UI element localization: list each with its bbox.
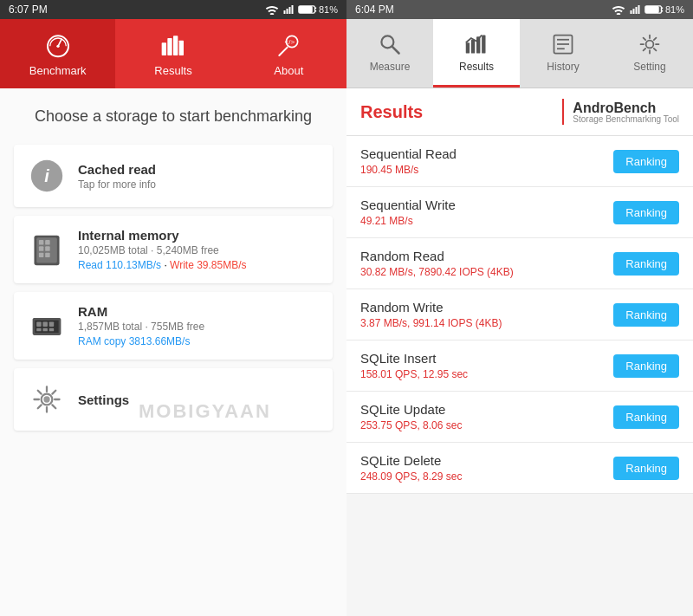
- svg-rect-33: [42, 328, 47, 332]
- sqlite-insert-value: 158.01 QPS, 12.95 sec: [360, 368, 613, 380]
- right-bar-chart-icon: [464, 32, 489, 56]
- memory-speed: Read 110.13MB/s · Write 39.85MB/s: [78, 259, 319, 271]
- gear-icon: [29, 382, 64, 417]
- memory-detail: 10,025MB total · 5,240MB free: [78, 244, 319, 256]
- bar-chart-icon: [159, 31, 187, 59]
- sqlite-insert-ranking-btn[interactable]: Ranking: [613, 354, 679, 378]
- right-battery-icon: [644, 4, 664, 15]
- left-nav-about[interactable]: </> About: [231, 19, 346, 88]
- rand-read-ranking-btn[interactable]: Ranking: [613, 252, 679, 276]
- svg-line-54: [392, 46, 399, 53]
- settings-label: Settings: [78, 392, 129, 407]
- results-title: Results: [360, 102, 423, 122]
- seq-read-ranking-btn[interactable]: Ranking: [613, 150, 679, 173]
- result-row-rand-read: Random Read 30.82 MB/s, 7890.42 IOPS (4K…: [346, 238, 693, 289]
- result-row-seq-write: Sequential Write 49.21 MB/s Ranking: [346, 187, 693, 238]
- svg-rect-13: [173, 36, 178, 55]
- memory-info: Internal memory 10,025MB total · 5,240MB…: [78, 228, 319, 271]
- settings-card[interactable]: Settings: [14, 368, 333, 431]
- right-panel: 6:04 PM 81% Measure: [346, 0, 693, 616]
- left-status-bar: 6:07 PM 81%: [0, 0, 346, 19]
- rand-read-name: Random Read: [360, 249, 613, 263]
- memory-write-speed: Write 39.85MB/s: [170, 259, 246, 271]
- right-nav-measure[interactable]: Measure: [346, 19, 433, 88]
- sqlite-delete-ranking-btn[interactable]: Ranking: [613, 457, 679, 480]
- svg-rect-29: [36, 322, 41, 327]
- cached-read-card[interactable]: i Cached read Tap for more info: [14, 145, 333, 207]
- svg-rect-46: [632, 9, 634, 14]
- right-nav-history[interactable]: History: [520, 19, 606, 88]
- left-nav-results[interactable]: Results: [115, 19, 230, 88]
- left-panel: 6:07 PM 81%: [0, 0, 346, 616]
- right-battery: 81%: [644, 4, 684, 15]
- sqlite-insert-name: SQLite Insert: [360, 351, 613, 366]
- sqlite-update-value: 253.75 QPS, 8.06 sec: [360, 419, 613, 431]
- svg-line-41: [52, 405, 55, 409]
- left-time: 6:07 PM: [9, 3, 48, 16]
- svg-line-40: [38, 391, 42, 394]
- svg-rect-56: [471, 39, 475, 53]
- svg-line-71: [644, 48, 646, 50]
- svg-rect-45: [630, 10, 631, 14]
- svg-rect-34: [49, 328, 54, 332]
- result-row-seq-read: Sequential Read 190.45 MB/s Ranking: [346, 136, 693, 187]
- cached-read-detail: Tap for more info: [78, 178, 319, 191]
- ram-chip-icon: [29, 308, 64, 343]
- internal-memory-card[interactable]: Internal memory 10,025MB total · 5,240MB…: [14, 216, 333, 283]
- result-row-rand-write: Random Write 3.87 MB/s, 991.14 IOPS (4KB…: [346, 289, 693, 340]
- ram-name: RAM: [78, 304, 319, 319]
- svg-rect-32: [36, 328, 41, 332]
- rand-write-value: 3.87 MB/s, 991.14 IOPS (4KB): [360, 317, 613, 329]
- results-header: Results AndroBench Storage Benchmarking …: [346, 88, 693, 136]
- svg-rect-7: [300, 7, 312, 13]
- svg-rect-31: [49, 322, 54, 327]
- right-nav-setting[interactable]: Setting: [606, 19, 693, 88]
- wifi-icon: [265, 4, 279, 15]
- logo-sub: Storage Benchmarking Tool: [573, 114, 679, 124]
- svg-line-70: [654, 37, 657, 40]
- sqlite-update-ranking-btn[interactable]: Ranking: [613, 405, 679, 429]
- rand-read-value: 30.82 MB/s, 7890.42 IOPS (4KB): [360, 266, 613, 278]
- svg-rect-24: [45, 247, 49, 251]
- svg-rect-23: [39, 247, 43, 251]
- result-row-sqlite-delete: SQLite Delete 248.09 QPS, 8.29 sec Ranki…: [346, 443, 693, 494]
- rand-write-name: Random Write: [360, 300, 613, 314]
- settings-icon-wrap: [28, 380, 66, 418]
- result-row-sqlite-update: SQLite Update 253.75 QPS, 8.06 sec Ranki…: [346, 392, 693, 443]
- svg-point-44: [43, 397, 49, 403]
- ram-speed: RAM copy 3813.66MB/s: [78, 335, 319, 347]
- memory-icon: [28, 230, 66, 269]
- ram-icon: [28, 307, 66, 345]
- right-time: 6:04 PM: [355, 3, 394, 16]
- right-status-icons: 81%: [612, 4, 684, 15]
- sqlite-delete-name: SQLite Delete: [360, 453, 613, 468]
- setting-icon: [638, 32, 662, 56]
- svg-rect-22: [45, 240, 49, 244]
- right-nav-results[interactable]: Results: [433, 19, 520, 88]
- ram-copy-speed: RAM copy 3813.66MB/s: [78, 335, 190, 347]
- svg-point-63: [646, 40, 654, 48]
- measure-icon: [378, 32, 402, 56]
- svg-line-43: [38, 405, 42, 409]
- svg-rect-3: [291, 5, 293, 14]
- svg-rect-47: [635, 7, 637, 14]
- svg-rect-25: [39, 253, 43, 257]
- svg-rect-0: [283, 10, 285, 14]
- svg-text:</>: </>: [285, 37, 295, 45]
- cached-read-icon: i: [28, 157, 66, 195]
- svg-rect-48: [638, 5, 639, 14]
- seq-read-value: 190.45 MB/s: [360, 164, 613, 176]
- svg-text:i: i: [44, 166, 49, 185]
- choose-title: Choose a storage to start benchmarking: [14, 106, 333, 127]
- seq-read-name: Sequential Read: [360, 146, 613, 161]
- ram-card[interactable]: RAM 1,857MB total · 755MB free RAM copy …: [14, 292, 333, 360]
- svg-rect-12: [167, 38, 172, 55]
- seq-write-ranking-btn[interactable]: Ranking: [613, 201, 679, 224]
- ram-detail: 1,857MB total · 755MB free: [78, 321, 319, 333]
- rand-write-ranking-btn[interactable]: Ranking: [613, 303, 679, 327]
- right-signal-icon: [629, 4, 641, 15]
- left-nav-benchmark[interactable]: Benchmark: [0, 19, 115, 88]
- seq-write-value: 49.21 MB/s: [360, 215, 613, 227]
- right-nav: Measure Results History: [346, 19, 693, 88]
- memory-read-speed: Read 110.13MB/s: [78, 259, 161, 271]
